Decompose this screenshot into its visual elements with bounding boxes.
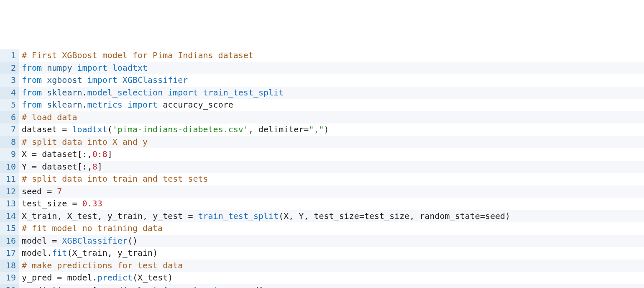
code-line[interactable]: 7dataset = loadtxt('pima-indians-diabete…: [0, 123, 644, 136]
token: loadtxt: [112, 63, 148, 73]
token: # load data: [22, 112, 77, 122]
token: dataset: [42, 149, 77, 159]
token: [223, 285, 228, 288]
token: y_test: [153, 211, 183, 221]
code-content[interactable]: from sklearn.model_selection import trai…: [19, 87, 644, 99]
token: seed: [485, 211, 505, 221]
token: =: [188, 211, 193, 221]
code-line[interactable]: 3from xgboost import XGBClassifier: [0, 74, 644, 87]
token: ,: [107, 248, 118, 258]
token: numpy: [47, 63, 72, 73]
token: [57, 236, 62, 246]
code-line[interactable]: 12seed = 7: [0, 185, 644, 198]
token: [67, 198, 72, 208]
token: 0.33: [82, 198, 102, 208]
code-line[interactable]: 1# First XGBoost model for Pima Indians …: [0, 49, 644, 62]
code-line[interactable]: 16model = XGBClassifier(): [0, 235, 644, 247]
code-line[interactable]: 9X = dataset[:,0:8]: [0, 148, 644, 161]
code-content[interactable]: Y = dataset[:,8]: [19, 161, 644, 173]
line-number: 15: [0, 222, 19, 235]
token: :: [82, 162, 87, 172]
code-line[interactable]: 5from sklearn.metrics import accuracy_sc…: [0, 99, 644, 111]
code-content[interactable]: test_size = 0.33: [19, 198, 644, 210]
code-content[interactable]: predictions = [round(value) for value in…: [19, 284, 644, 288]
code-line[interactable]: 2from numpy import loadtxt: [0, 62, 644, 75]
token: [87, 285, 92, 288]
token: [107, 63, 112, 73]
token: [163, 87, 168, 98]
code-line[interactable]: 10Y = dataset[:,8]: [0, 161, 644, 173]
code-line[interactable]: 4from sklearn.model_selection import tra…: [0, 87, 644, 99]
code-content[interactable]: # First XGBoost model for Pima Indians d…: [19, 49, 644, 62]
code-line[interactable]: 19y_pred = model.predict(X_test): [0, 272, 644, 284]
token: fit: [52, 248, 67, 258]
line-number: 9: [0, 148, 19, 161]
token: 'pima-indians-diabetes.csv': [112, 124, 248, 134]
token: metrics: [87, 100, 123, 110]
token: # make predictions for test data: [22, 260, 183, 270]
code-content[interactable]: # fit model no training data: [19, 222, 644, 235]
token: X: [284, 211, 289, 221]
code-content[interactable]: seed = 7: [19, 185, 644, 198]
code-content[interactable]: y_pred = model.predict(X_test): [19, 272, 644, 284]
code-line[interactable]: 8# split data into X and y: [0, 136, 644, 149]
token: import: [77, 63, 107, 73]
code-content[interactable]: from sklearn.metrics import accuracy_sco…: [19, 99, 644, 111]
token: from: [22, 100, 42, 110]
code-content[interactable]: # load data: [19, 111, 644, 124]
token: [52, 273, 57, 283]
token: ,: [87, 162, 92, 172]
token: X_train: [22, 211, 57, 221]
token: from: [22, 75, 42, 85]
token: [77, 198, 82, 208]
code-line[interactable]: 17model.fit(X_train, y_train): [0, 247, 644, 260]
token: ,: [409, 211, 419, 221]
token: ): [153, 248, 158, 258]
code-line[interactable]: 14X_train, X_test, y_train, y_test = tra…: [0, 210, 644, 223]
code-content[interactable]: from numpy import loadtxt: [19, 62, 644, 75]
token: train_test_split: [203, 87, 284, 98]
token: [47, 236, 52, 246]
line-number: 6: [0, 111, 19, 124]
line-number: 4: [0, 87, 19, 99]
token: [82, 75, 87, 85]
line-number: 12: [0, 185, 19, 198]
code-content[interactable]: dataset = loadtxt('pima-indians-diabetes…: [19, 123, 644, 136]
code-line[interactable]: 13test_size = 0.33: [0, 198, 644, 210]
code-content[interactable]: # split data into X and y: [19, 136, 644, 149]
token: ): [168, 273, 173, 283]
token: [77, 285, 82, 288]
token: for: [163, 285, 178, 288]
code-content[interactable]: # make predictions for test data: [19, 260, 644, 272]
line-number: 7: [0, 123, 19, 136]
token: random_state: [419, 211, 480, 221]
code-line[interactable]: 20predictions = [round(value) for value …: [0, 284, 644, 288]
token: dataset: [42, 162, 77, 172]
token: # split data into train and test sets: [22, 174, 208, 184]
code-line[interactable]: 15# fit model no training data: [0, 222, 644, 235]
token: value: [183, 285, 208, 288]
code-content[interactable]: # split data into train and test sets: [19, 173, 644, 185]
token: ,: [87, 149, 92, 159]
token: =: [57, 273, 62, 283]
token: ,: [289, 211, 299, 221]
code-line[interactable]: 11# split data into train and test sets: [0, 173, 644, 185]
code-content[interactable]: X_train, X_test, y_train, y_test = train…: [19, 210, 644, 223]
token: =: [62, 124, 67, 134]
code-content[interactable]: from xgboost import XGBClassifier: [19, 74, 644, 87]
token: [52, 186, 57, 196]
code-line[interactable]: 18# make predictions for test data: [0, 260, 644, 272]
token: X: [22, 149, 27, 159]
token: (: [133, 273, 138, 283]
token: =: [304, 124, 309, 134]
token: XGBClassifier: [62, 236, 128, 246]
token: (: [123, 285, 128, 288]
code-content[interactable]: model = XGBClassifier(): [19, 235, 644, 247]
token: Y: [22, 162, 27, 172]
code-content[interactable]: model.fit(X_train, y_train): [19, 247, 644, 260]
code-content[interactable]: X = dataset[:,0:8]: [19, 148, 644, 161]
token: sklearn: [47, 100, 82, 110]
token: =: [52, 236, 57, 246]
code-line[interactable]: 6# load data: [0, 111, 644, 124]
token: [27, 162, 32, 172]
